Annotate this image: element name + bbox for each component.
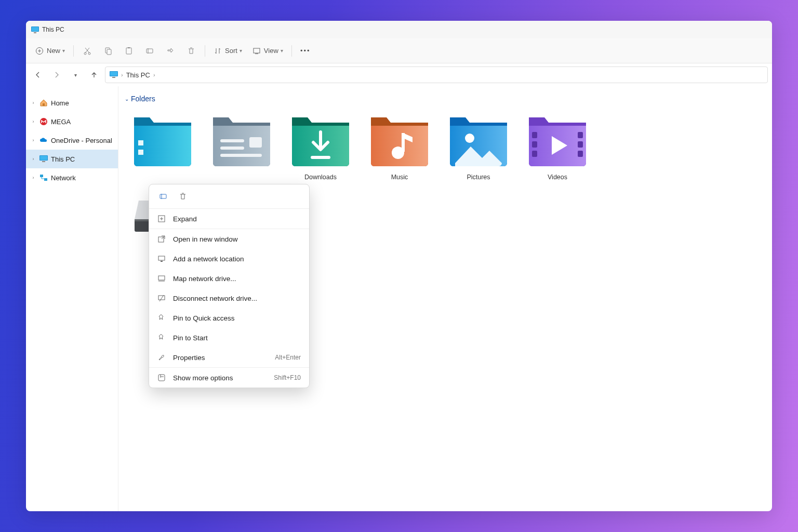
plus-circle-icon <box>35 47 44 55</box>
sort-button[interactable]: Sort ▾ <box>209 43 246 59</box>
new-button[interactable]: New ▾ <box>31 43 69 59</box>
sidebar-item-label: OneDrive - Personal <box>51 137 112 144</box>
context-pin-start[interactable]: Pin to Start <box>149 328 309 348</box>
rename-button[interactable] <box>140 43 159 59</box>
chevron-right-icon: › <box>30 175 36 180</box>
svg-rect-48 <box>158 276 165 280</box>
arrow-left-icon <box>34 71 42 78</box>
context-show-more[interactable]: Show more options Shift+F10 <box>149 368 309 388</box>
svg-rect-21 <box>40 175 43 177</box>
chevron-right-icon: › <box>30 119 36 124</box>
sidebar: › Home › MEGA › OneDrive - Personal › Th… <box>26 86 118 511</box>
folder-music[interactable]: Music <box>369 111 430 181</box>
pin-icon <box>157 334 166 342</box>
paste-button[interactable] <box>119 43 138 59</box>
svg-rect-32 <box>532 132 537 138</box>
context-pin-quick-access[interactable]: Pin to Quick access <box>149 308 309 328</box>
delete-button[interactable] <box>182 43 201 59</box>
svg-rect-12 <box>255 54 258 54</box>
folder-label: Downloads <box>304 174 337 181</box>
folder-documents-icon <box>211 111 272 168</box>
toolbar-separator <box>73 45 74 57</box>
more-button[interactable]: ••• <box>296 43 315 59</box>
folder-label: Pictures <box>467 174 490 181</box>
share-icon <box>166 47 175 55</box>
disconnect-icon <box>157 294 166 302</box>
up-button[interactable] <box>86 67 102 83</box>
folder-downloads-icon <box>290 111 351 168</box>
forward-button[interactable] <box>49 67 64 83</box>
recent-button[interactable]: ▾ <box>68 67 83 83</box>
chevron-right-icon: › <box>30 156 36 162</box>
svg-rect-43 <box>160 194 166 198</box>
context-label: Properties <box>173 354 205 362</box>
rename-icon <box>159 192 167 201</box>
context-accel: Shift+F10 <box>274 374 301 381</box>
svg-rect-11 <box>254 48 260 53</box>
sidebar-item-mega[interactable]: › MEGA <box>26 112 118 131</box>
sidebar-item-home[interactable]: › Home <box>26 94 118 112</box>
view-button[interactable]: View ▾ <box>248 43 287 59</box>
svg-rect-46 <box>158 256 165 260</box>
new-window-icon <box>157 235 166 243</box>
chevron-right-icon: › <box>30 100 36 105</box>
address-bar[interactable]: › This PC › <box>105 66 768 83</box>
expand-icon <box>157 215 166 223</box>
svg-rect-37 <box>578 151 583 157</box>
folder-desktop-icon <box>132 111 193 168</box>
ellipsis-icon: ••• <box>300 47 311 55</box>
svg-rect-1 <box>32 27 38 31</box>
context-label: Show more options <box>173 374 233 382</box>
monitor-icon <box>157 255 166 263</box>
chevron-down-icon: ▾ <box>281 48 283 54</box>
folder-desktop[interactable] <box>132 111 193 181</box>
copy-icon <box>104 47 112 55</box>
svg-point-17 <box>40 118 47 125</box>
svg-point-31 <box>465 134 474 143</box>
context-disconnect-network-drive[interactable]: Disconnect network drive... <box>149 288 309 308</box>
context-label: Expand <box>173 215 197 223</box>
cut-button[interactable] <box>78 43 97 59</box>
copy-button[interactable] <box>99 43 117 59</box>
sidebar-item-this-pc[interactable]: › This PC <box>26 150 118 168</box>
svg-rect-2 <box>34 32 36 33</box>
svg-rect-10 <box>147 49 153 53</box>
sidebar-item-label: Home <box>51 99 69 107</box>
svg-rect-8 <box>126 48 131 54</box>
context-add-network-location[interactable]: Add a network location <box>149 249 309 269</box>
svg-rect-9 <box>128 47 130 48</box>
sidebar-item-network[interactable]: › Network <box>26 168 118 187</box>
context-properties[interactable]: Properties Alt+Enter <box>149 348 309 367</box>
sidebar-item-onedrive[interactable]: › OneDrive - Personal <box>26 131 118 150</box>
folder-music-icon <box>369 111 430 168</box>
context-expand[interactable]: Expand <box>149 209 309 229</box>
arrow-right-icon <box>53 71 60 78</box>
context-delete-button[interactable] <box>176 190 190 203</box>
context-open-new-window[interactable]: Open in new window <box>149 229 309 249</box>
svg-rect-19 <box>40 156 47 160</box>
context-accel: Alt+Enter <box>275 354 301 361</box>
folder-videos[interactable]: Videos <box>527 111 588 181</box>
folder-documents[interactable] <box>211 111 272 181</box>
svg-rect-20 <box>42 161 45 162</box>
file-explorer-window: This PC New ▾ Sort ▾ View ▾ ••• <box>26 21 772 511</box>
section-header-folders[interactable]: ⌄ Folders <box>125 95 766 103</box>
share-button[interactable] <box>161 43 180 59</box>
context-map-network-drive[interactable]: Map network drive... <box>149 269 309 288</box>
svg-rect-14 <box>110 72 117 76</box>
section-label: Folders <box>131 95 155 103</box>
svg-rect-50 <box>158 375 165 381</box>
trash-icon <box>187 47 195 55</box>
folder-pictures[interactable]: Pictures <box>448 111 509 181</box>
navigation-row: ▾ › This PC › <box>26 63 772 86</box>
folder-downloads[interactable]: Downloads <box>290 111 351 181</box>
breadcrumb-root[interactable]: This PC <box>126 71 150 79</box>
back-button[interactable] <box>30 67 46 83</box>
breadcrumb-chevron-icon: › <box>121 72 123 78</box>
context-label: Open in new window <box>173 235 238 243</box>
sidebar-item-label: MEGA <box>51 118 71 126</box>
titlebar-title: This PC <box>42 26 64 33</box>
svg-rect-25 <box>249 137 262 148</box>
cut-icon <box>83 47 91 55</box>
context-rename-button[interactable] <box>156 190 170 203</box>
